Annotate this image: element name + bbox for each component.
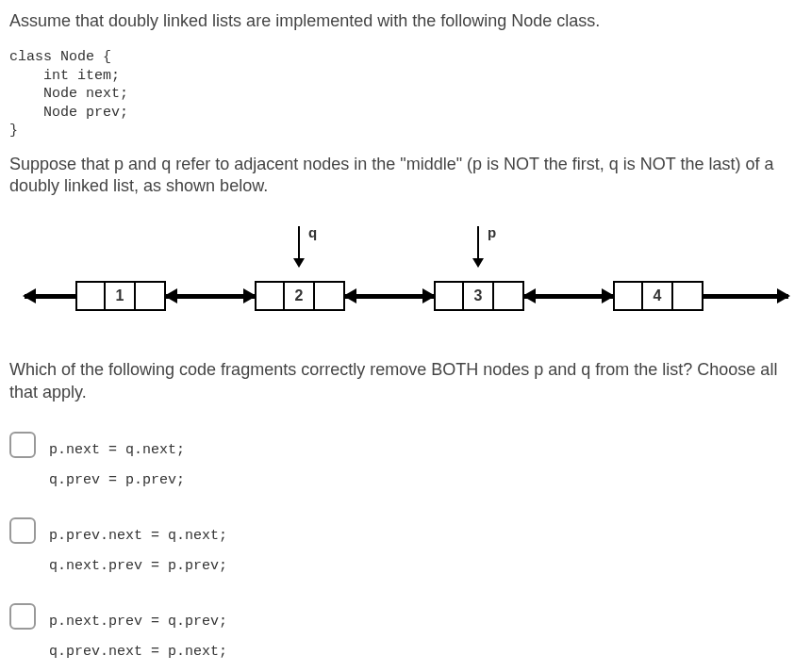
intro-text: Assume that doubly linked lists are impl… [9,11,802,31]
node-1-next-cell [136,281,166,311]
node-2-next-cell [315,281,345,311]
pointer-p: p [477,224,496,268]
connector-1-2 [166,294,255,299]
node-4-prev-cell [613,281,643,311]
option-1-checkbox[interactable] [9,432,36,458]
question-text: Which of the following code fragments co… [9,359,802,403]
node-4-value: 4 [643,281,673,311]
option-3[interactable]: p.next.prev = q.prev; q.prev.next = p.ne… [9,607,802,666]
node-1-prev-cell [75,281,106,311]
node-3-prev-cell [434,281,464,311]
option-1-code: p.next = q.next; q.prev = p.prev; [49,435,185,495]
node-4: 4 [613,281,703,311]
option-2-checkbox[interactable] [9,517,36,544]
connector-3-4 [524,294,613,299]
option-2-code: p.prev.next = q.next; q.next.prev = p.pr… [49,521,227,581]
setup-text: Suppose that p and q refer to adjacent n… [9,154,802,198]
node-2-prev-cell [255,281,285,311]
option-3-code: p.next.prev = q.prev; q.prev.next = p.ne… [49,607,227,666]
option-2[interactable]: p.prev.next = q.next; q.next.prev = p.pr… [9,521,802,581]
tail-right-arrow [703,294,788,299]
tail-left-arrow [25,294,75,299]
pointer-q-label: q [308,224,317,240]
pointer-p-label: p [488,224,496,240]
node-3-value: 3 [464,281,494,311]
node-3-next-cell [494,281,524,311]
option-1[interactable]: p.next = q.next; q.prev = p.prev; [9,435,802,495]
option-3-checkbox[interactable] [9,603,36,630]
node-4-next-cell [673,281,703,311]
connector-2-3 [345,294,434,299]
node-class-code: class Node { int item; Node next; Node p… [9,48,802,140]
node-2: 2 [255,281,345,311]
node-3: 3 [434,281,524,311]
linked-list-diagram: 1 2 3 4 q p [9,220,802,333]
node-1-value: 1 [106,281,136,311]
node-2-value: 2 [285,281,315,311]
node-1: 1 [75,281,166,311]
pointer-q: q [298,224,317,268]
